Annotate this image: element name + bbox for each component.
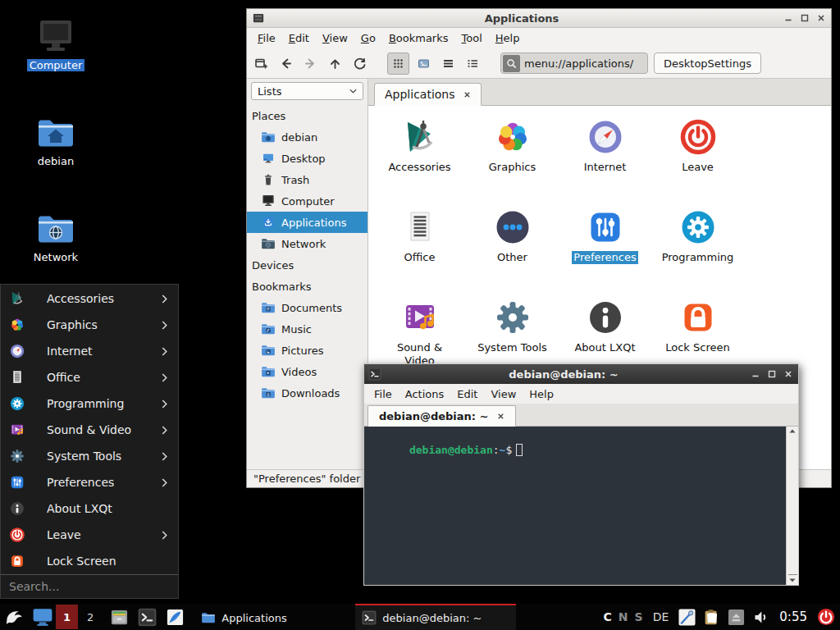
menubar-item[interactable]: File (251, 30, 282, 46)
window-control-button[interactable] (801, 14, 809, 22)
workspace-switcher[interactable]: 1 (56, 605, 78, 629)
start-menu-item[interactable]: Programming (1, 390, 178, 417)
sidebar-row[interactable]: Bookmarks (247, 276, 368, 297)
sidebar-row[interactable]: Pictures (247, 340, 368, 361)
app-category-item[interactable]: Other (466, 203, 559, 293)
view-mode-button[interactable] (417, 57, 431, 71)
keyboard-layout[interactable]: DE (653, 610, 669, 623)
menubar-item[interactable]: View (484, 386, 523, 402)
toolbar-nav-button[interactable] (328, 57, 342, 71)
view-mode-button[interactable] (441, 57, 455, 71)
window-control-button[interactable] (768, 370, 776, 378)
app-category-item[interactable]: Accessories (373, 112, 466, 203)
start-menu-item[interactable]: Lock Screen (1, 548, 178, 574)
terminal-screen[interactable]: debian@debian:~$ (364, 427, 786, 585)
app-category-item[interactable]: Internet (559, 112, 651, 203)
quick-launch-button[interactable] (110, 608, 129, 627)
start-menu-item[interactable]: Office (1, 364, 178, 390)
window-control-button[interactable] (784, 14, 792, 22)
sidebar-row[interactable]: Documents (247, 297, 368, 318)
window-control-button[interactable] (784, 370, 792, 378)
start-menu-item[interactable]: Leave (1, 522, 178, 548)
scroll-down-icon[interactable] (789, 578, 796, 582)
menubar-item[interactable]: Help (523, 386, 560, 402)
menu-search-input[interactable]: Search... (1, 574, 178, 598)
sidebar-row[interactable]: Applications (247, 212, 368, 233)
terminal-scrollbar[interactable] (786, 427, 798, 585)
start-menu-button[interactable] (0, 604, 28, 630)
sidebar-row[interactable]: Computer (247, 190, 368, 212)
start-menu-item[interactable]: Sound & Video (1, 417, 178, 443)
category-icon (678, 117, 718, 157)
quick-launch-button[interactable] (138, 608, 157, 627)
tab-close-icon[interactable] (497, 413, 504, 420)
app-category-item[interactable]: Office (373, 203, 466, 293)
sidebar-mode-selector[interactable]: Lists (251, 82, 363, 100)
app-category-item[interactable]: Graphics (466, 112, 559, 203)
desktop-icon[interactable]: Network (16, 210, 95, 263)
fm-tab-applications[interactable]: Applications (374, 83, 482, 106)
start-menu-item[interactable]: System Tools (1, 443, 178, 469)
sidebar-row-label: Pictures (281, 345, 323, 357)
app-category-item[interactable]: Leave (651, 112, 744, 203)
power-button[interactable] (817, 608, 835, 626)
sidebar-row[interactable]: debian (247, 126, 368, 148)
start-menu-item[interactable]: Graphics (1, 312, 178, 338)
menubar-item[interactable]: Bookmarks (382, 30, 455, 46)
view-mode-button[interactable] (466, 57, 480, 71)
window-control-button[interactable] (751, 370, 760, 378)
workspace-switcher[interactable]: 2 (80, 605, 100, 629)
tray-icon[interactable] (703, 609, 720, 626)
task-button[interactable]: debian@debian: ~ (355, 604, 516, 630)
fm-titlebar[interactable]: Applications (247, 9, 831, 28)
terminal-titlebar[interactable]: debian@debian: ~ (364, 364, 798, 384)
menubar-item[interactable]: Edit (450, 386, 484, 402)
sidebar-row[interactable]: Network (247, 233, 368, 254)
app-category-item[interactable]: Preferences (559, 203, 651, 293)
keyboard-indicator: C (604, 610, 612, 623)
quick-launch-button[interactable] (166, 608, 185, 627)
view-mode-button[interactable] (387, 52, 409, 75)
desktop-icon[interactable]: Computer (16, 18, 95, 71)
sidebar-row[interactable]: Devices (247, 254, 368, 276)
scroll-up-icon[interactable] (789, 429, 796, 433)
tray-icon[interactable] (678, 609, 696, 626)
menubar-item[interactable]: File (368, 386, 399, 402)
sidebar-row[interactable]: Places (247, 105, 368, 126)
sidebar-row[interactable]: Trash (247, 169, 368, 190)
terminal-tab[interactable]: debian@debian: ~ (368, 405, 516, 427)
window-control-button[interactable] (817, 14, 825, 22)
place-icon (261, 386, 276, 399)
toolbar-nav-button[interactable] (353, 57, 367, 71)
app-category-item[interactable]: Programming (651, 203, 744, 293)
menubar-item[interactable]: Edit (282, 30, 316, 46)
show-desktop-button[interactable] (32, 607, 53, 627)
sidebar-row[interactable]: Downloads (247, 382, 368, 404)
category-icon (400, 117, 440, 157)
address-bar[interactable]: menu://applications/ (500, 52, 648, 74)
sidebar-row[interactable]: Videos (247, 361, 368, 382)
menubar-item[interactable]: Actions (399, 386, 451, 402)
start-menu-item[interactable]: Preferences (1, 469, 178, 495)
tab-close-icon[interactable] (463, 91, 471, 98)
start-menu-item[interactable]: About LXQt (1, 495, 178, 522)
sidebar-row[interactable]: Desktop (247, 148, 368, 169)
menubar-item[interactable]: View (316, 30, 354, 46)
toolbar-nav-button[interactable] (279, 57, 293, 71)
category-icon (9, 317, 25, 333)
tray-icon[interactable] (752, 609, 769, 626)
tray-icon[interactable] (728, 609, 745, 626)
toolbar-nav-button[interactable] (254, 57, 268, 71)
desktop-settings-button[interactable]: DesktopSettings (654, 52, 761, 74)
menubar-item[interactable]: Tool (455, 30, 489, 46)
sidebar-row[interactable]: Music (247, 318, 368, 340)
desktop-icon[interactable]: debian (16, 114, 95, 167)
start-menu-item[interactable]: Accessories (1, 285, 178, 312)
menubar-item[interactable]: Go (354, 30, 382, 46)
menubar-item[interactable]: Help (489, 30, 527, 46)
start-menu-item[interactable]: Internet (1, 338, 178, 364)
task-button[interactable]: Applications (194, 604, 355, 630)
prompt-user: debian@debian (409, 444, 493, 456)
clock[interactable]: 0:55 (779, 609, 807, 624)
toolbar-nav-button[interactable] (304, 57, 317, 71)
